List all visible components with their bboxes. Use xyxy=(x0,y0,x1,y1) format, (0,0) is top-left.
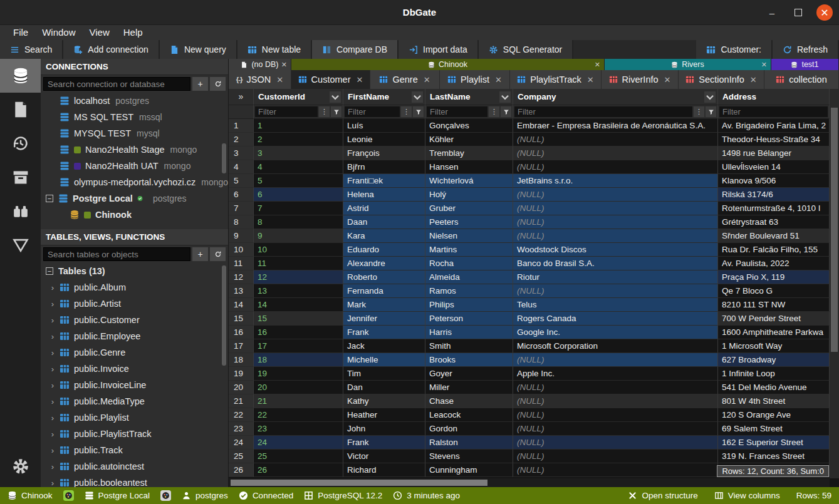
menu-item-view[interactable]: View xyxy=(83,25,117,40)
data-cell[interactable]: 21 xyxy=(254,394,343,408)
chevron-right-icon[interactable]: › xyxy=(48,478,57,488)
chevron-right-icon[interactable]: › xyxy=(48,332,57,341)
close-icon[interactable]: ✕ xyxy=(595,61,600,69)
table-item[interactable]: ›public.Playlist xyxy=(41,409,228,426)
row-number[interactable]: 14 xyxy=(229,298,254,312)
tab-riverinfo[interactable]: RiverInfo✕ xyxy=(602,70,679,89)
data-cell[interactable]: Kara xyxy=(343,229,425,243)
data-cell[interactable]: Kathy xyxy=(343,394,425,408)
status-postgresql-12-2[interactable]: PostgreSQL 12.2 xyxy=(304,491,382,500)
data-cell[interactable]: Wichterlová xyxy=(425,174,513,188)
toolbar-button-customer-[interactable]: Customer: xyxy=(696,40,773,59)
data-cell[interactable]: 12 xyxy=(254,270,343,284)
data-cell[interactable]: 162 E Superior Street xyxy=(718,436,830,450)
connection-item[interactable]: Nano2Health UATmongo xyxy=(41,158,228,174)
data-cell[interactable]: Peterson xyxy=(425,312,513,326)
filter-input[interactable]: Filter xyxy=(255,106,318,117)
row-number[interactable]: 22 xyxy=(229,408,254,422)
filter-menu-icon[interactable]: ⋮ xyxy=(694,106,704,117)
status-chinook[interactable]: Chinook xyxy=(8,491,53,500)
data-cell[interactable]: 17 xyxy=(254,339,343,353)
data-cell[interactable]: Ullevĺlsveien 14 xyxy=(718,160,830,174)
data-cell[interactable]: Heather xyxy=(343,408,425,422)
tab-customer[interactable]: Customer✕ xyxy=(291,70,370,89)
data-cell[interactable]: 801 W 4th Street xyxy=(718,394,830,408)
data-cell[interactable]: Eduardo xyxy=(343,243,425,257)
menu-item-window[interactable]: Window xyxy=(35,25,82,40)
table-item[interactable]: ›public.Customer xyxy=(41,312,228,328)
maximize-button[interactable] xyxy=(790,4,806,21)
close-icon[interactable]: ✕ xyxy=(587,75,594,85)
data-cell[interactable]: 1600 Amphitheatre Parkwa xyxy=(718,326,830,339)
data-cell[interactable]: Gruber xyxy=(425,202,513,215)
data-cell[interactable]: Dan xyxy=(343,381,425,394)
data-cell[interactable]: 9 xyxy=(254,229,343,243)
rail-file-icon[interactable] xyxy=(0,93,41,126)
rail-plugins-icon[interactable] xyxy=(0,194,41,228)
data-cell[interactable]: (NULL) xyxy=(513,284,718,298)
table-item[interactable]: ›public.Artist xyxy=(41,296,228,312)
grid-vscroll-thumb[interactable] xyxy=(831,108,838,352)
data-cell[interactable]: (NULL) xyxy=(513,394,718,408)
row-number[interactable]: 23 xyxy=(229,422,254,436)
chevron-right-icon[interactable]: › xyxy=(48,299,57,309)
data-cell[interactable]: 120 S Orange Ave xyxy=(718,408,830,422)
funnel-icon[interactable] xyxy=(706,106,716,117)
toolbar-button-add-connection[interactable]: Add connection xyxy=(63,40,160,59)
data-cell[interactable]: Chase xyxy=(425,394,513,408)
close-icon[interactable]: ✕ xyxy=(356,75,363,85)
row-number[interactable]: 3 xyxy=(229,147,254,160)
data-cell[interactable]: 541 Del Medio Avenue xyxy=(718,381,830,394)
status-view-columns[interactable]: View columns xyxy=(714,491,780,500)
row-number[interactable]: 9 xyxy=(229,229,254,243)
row-number[interactable]: 19 xyxy=(229,367,254,381)
data-cell[interactable]: 1 Infinite Loop xyxy=(718,367,830,381)
data-cell[interactable]: (NULL) xyxy=(513,408,718,422)
tab-genre[interactable]: Genre✕ xyxy=(370,70,440,89)
collapse-icon[interactable]: − xyxy=(46,267,53,275)
chevron-right-icon[interactable]: › xyxy=(48,413,57,423)
row-number[interactable]: 11 xyxy=(229,257,254,270)
close-icon[interactable]: ✕ xyxy=(276,75,283,85)
data-cell[interactable]: 16 xyxy=(254,326,343,339)
data-cell[interactable]: Cunningham xyxy=(425,463,513,477)
connection-item[interactable]: localhostpostgres xyxy=(41,93,228,109)
chevron-right-icon[interactable]: › xyxy=(48,316,57,325)
rail-database-icon[interactable] xyxy=(0,59,41,93)
data-cell[interactable]: 11 xyxy=(254,257,343,270)
data-cell[interactable]: Richard xyxy=(343,463,425,477)
data-cell[interactable]: Embraer - Empresa Brasileira de Aeronáut… xyxy=(513,119,718,133)
data-cell[interactable]: 10 xyxy=(254,243,343,257)
data-cell[interactable]: 13 xyxy=(254,284,343,298)
row-number[interactable]: 6 xyxy=(229,188,254,202)
data-cell[interactable]: 319 N. Frances Street xyxy=(718,450,830,463)
data-cell[interactable]: Goyer xyxy=(425,367,513,381)
data-cell[interactable]: Stevens xyxy=(425,450,513,463)
data-cell[interactable]: (NULL) xyxy=(513,422,718,436)
data-cell[interactable]: (NULL) xyxy=(513,463,718,477)
row-number[interactable]: 2 xyxy=(229,133,254,147)
column-header-company[interactable]: Company xyxy=(513,89,718,105)
data-cell[interactable]: Leacock xyxy=(425,408,513,422)
data-cell[interactable]: Daan xyxy=(343,215,425,229)
close-icon[interactable]: ✕ xyxy=(495,75,502,85)
connection-item[interactable]: MS SQL TESTmssql xyxy=(41,109,228,125)
close-icon[interactable]: ✕ xyxy=(750,75,757,85)
status-connected[interactable]: Connected xyxy=(239,491,293,500)
data-cell[interactable]: (NULL) xyxy=(513,188,718,202)
row-number[interactable]: 7 xyxy=(229,202,254,215)
column-dropdown-icon[interactable] xyxy=(499,91,511,103)
table-item[interactable]: ›public.Track xyxy=(41,442,228,458)
column-dropdown-icon[interactable] xyxy=(704,91,716,103)
row-number[interactable]: 13 xyxy=(229,284,254,298)
table-item[interactable]: ›public.booleantest xyxy=(41,475,228,487)
data-cell[interactable]: John xyxy=(343,422,425,436)
data-cell[interactable]: Köhler xyxy=(425,133,513,147)
connection-item[interactable]: −Postgre Localpostgres xyxy=(41,190,228,207)
data-cell[interactable]: Tremblay xyxy=(425,147,513,160)
data-cell[interactable]: Peeters xyxy=(425,215,513,229)
close-icon[interactable]: ✕ xyxy=(664,75,671,85)
filter-input[interactable]: Filter xyxy=(427,106,487,117)
data-cell[interactable]: 24 xyxy=(254,436,343,450)
data-cell[interactable]: 4 xyxy=(254,160,343,174)
